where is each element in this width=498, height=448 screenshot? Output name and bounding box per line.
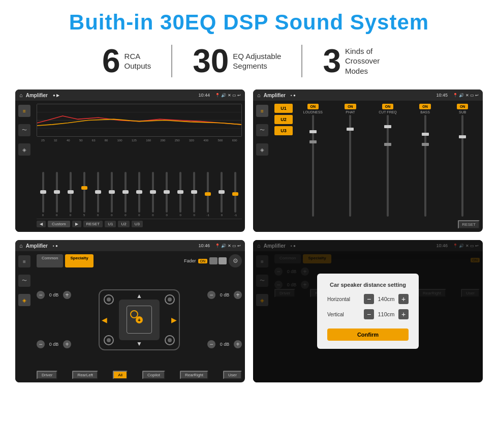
- sub-on-btn[interactable]: ON: [457, 104, 469, 109]
- fader-label: Fader: [184, 258, 196, 263]
- fader-car-body: [119, 300, 160, 340]
- dialog-horizontal-plus[interactable]: +: [398, 294, 409, 304]
- phat-label: PHAT: [346, 110, 355, 114]
- fader-db0-minus[interactable]: −: [37, 291, 45, 299]
- fader-topbar: ⌂ Amplifier ▪ ● 10:46 📍 🔊 ✕ ▭ ↩: [15, 240, 245, 251]
- sidebar-vol-icon[interactable]: ◈: [18, 143, 30, 156]
- fader-tab-common[interactable]: Common: [37, 254, 63, 267]
- fader-car-diagram: ◀ ▶ ▲ ▼: [74, 271, 204, 369]
- eq-screen: ⌂ Amplifier ● ▶ 10:44 📍 🔊 ✕ ▭ ↩ ≡ 〜 ◈: [15, 89, 245, 232]
- fader-rearleft-btn[interactable]: RearLeft: [72, 371, 98, 379]
- sub-slider[interactable]: [461, 115, 463, 217]
- fader-home-icon[interactable]: ⌂: [19, 243, 23, 249]
- topbar-dots: ● ▶: [53, 93, 59, 98]
- distance-dialog: Car speaker distance setting Horizontal …: [317, 274, 419, 349]
- fader-right-arrow[interactable]: ▶: [171, 316, 177, 324]
- eq-prev-button[interactable]: ◀: [37, 221, 46, 227]
- crossover-sidebar-vol-icon[interactable]: ◈: [256, 143, 268, 156]
- eq-bottom-bar: ◀ Custom ▶ RESET U1 U2 U3: [37, 219, 242, 229]
- loudness-slider[interactable]: [312, 115, 314, 217]
- fader-db3-value: 0 dB: [217, 342, 232, 347]
- crossover-sidebar-eq-icon[interactable]: ≡: [256, 105, 268, 117]
- eq-graph: [37, 104, 242, 137]
- dialog-title: Car speaker distance setting: [327, 282, 409, 288]
- fader-status-icons: 📍 🔊 ✕ ▭ ↩: [215, 244, 241, 248]
- channel-loudness: ON LOUDNESS: [296, 104, 330, 217]
- stat-rca-number: 6: [102, 45, 120, 77]
- phat-slider[interactable]: [349, 115, 351, 217]
- sidebar-wave-icon[interactable]: 〜: [18, 124, 30, 136]
- fader-sidebar-eq-icon[interactable]: ≡: [18, 255, 30, 267]
- eq-u2-button[interactable]: U2: [118, 221, 129, 227]
- eq-reset-button[interactable]: RESET: [83, 221, 103, 227]
- fader-tab-specialty[interactable]: Specialty: [65, 254, 93, 267]
- fader-car-outer: ◀ ▶ ▲ ▼: [99, 289, 180, 350]
- fader-settings-icon[interactable]: ⚙: [229, 254, 242, 267]
- dialog-vertical-plus[interactable]: +: [398, 309, 409, 319]
- dialog-vertical-value: 110cm: [376, 311, 396, 317]
- cutfreq-slider[interactable]: [387, 115, 389, 217]
- speaker-tr: [165, 294, 175, 305]
- fader-db3-minus[interactable]: −: [207, 340, 215, 348]
- fader-user-btn[interactable]: User: [223, 371, 242, 379]
- bass-on-btn[interactable]: ON: [419, 104, 431, 109]
- fader-all-btn[interactable]: All: [113, 371, 128, 379]
- dialog-vertical-minus[interactable]: −: [364, 309, 374, 319]
- crossover-topbar: ⌂ Amplifier ▪ ● 10:45 📍 🔊 ✕ ▭ ↩: [253, 89, 483, 101]
- fader-sidebar-wave-icon[interactable]: 〜: [18, 275, 30, 287]
- fader-sidebar: ≡ 〜 ◈: [15, 251, 34, 382]
- stat-eq-text: EQ AdjustableSegments: [233, 51, 281, 71]
- fader-db-row-3: − 0 dB +: [207, 340, 242, 348]
- stat-rca-text: RCAOutputs: [124, 51, 151, 71]
- fader-db1-plus[interactable]: +: [63, 340, 71, 348]
- fader-db2-value: 0 dB: [217, 292, 232, 297]
- fader-rearright-btn[interactable]: RearRight: [180, 371, 208, 379]
- dialog-horizontal-value: 140cm: [376, 296, 396, 302]
- eq-u1-button[interactable]: U1: [105, 221, 116, 227]
- eq-topbar-title: Amplifier: [26, 93, 48, 98]
- fader-db-row-0: − 0 dB +: [37, 291, 71, 299]
- channel-cutfreq: ON CUT FREQ: [370, 104, 405, 217]
- crossover-u2-btn[interactable]: U2: [274, 115, 293, 124]
- channel-sub: ON SUB: [445, 104, 480, 217]
- crossover-home-icon[interactable]: ⌂: [257, 92, 261, 98]
- fader-sidebar-vol-icon[interactable]: ◈: [18, 294, 30, 306]
- stat-eq-number: 30: [193, 45, 229, 77]
- stat-crossover-number: 3: [323, 45, 341, 77]
- fader-up-arrow[interactable]: ▲: [136, 292, 142, 300]
- fader-db2-plus[interactable]: +: [234, 291, 242, 299]
- fader-copilot-btn[interactable]: Copilot: [142, 371, 165, 379]
- eq-u3-button[interactable]: U3: [132, 221, 143, 227]
- fader-db2-minus[interactable]: −: [207, 291, 215, 299]
- fader-driver-btn[interactable]: Driver: [37, 371, 57, 379]
- speaker-bl: [104, 335, 114, 345]
- stat-eq: 30 EQ AdjustableSegments: [172, 45, 302, 77]
- fader-db1-minus[interactable]: −: [37, 340, 45, 348]
- bass-slider[interactable]: [424, 115, 426, 217]
- crossover-status-icons: 📍 🔊 ✕ ▭ ↩: [453, 93, 479, 98]
- crossover-sidebar-wave-icon[interactable]: 〜: [256, 124, 268, 136]
- fader-down-arrow[interactable]: ▼: [136, 340, 142, 347]
- crossover-u1-btn[interactable]: U1: [274, 104, 293, 113]
- eq-freq-labels: 25 32 40 50 63 80 100 125 160 200 250 32…: [37, 139, 242, 142]
- screens-grid: ⌂ Amplifier ● ▶ 10:44 📍 🔊 ✕ ▭ ↩ ≡ 〜 ◈: [15, 89, 483, 382]
- loudness-on-btn[interactable]: ON: [307, 104, 319, 109]
- cutfreq-on-btn[interactable]: ON: [382, 104, 394, 109]
- eq-body: ≡ 〜 ◈: [15, 101, 245, 232]
- fader-center-crosshair[interactable]: [136, 316, 143, 323]
- crossover-reset-button[interactable]: RESET: [458, 220, 480, 229]
- crossover-inner: U1 U2 U3 ON LOUDNESS: [274, 104, 480, 217]
- fader-main: Common Specialty Fader ON ⚙: [34, 251, 245, 382]
- eq-next-button[interactable]: ▶: [72, 221, 81, 227]
- fader-db0-plus[interactable]: +: [63, 291, 71, 299]
- fader-db3-plus[interactable]: +: [234, 340, 242, 348]
- car-body-outline: [127, 306, 152, 334]
- crossover-u3-btn[interactable]: U3: [274, 126, 293, 135]
- home-icon[interactable]: ⌂: [19, 92, 23, 98]
- sidebar-eq-icon[interactable]: ≡: [18, 105, 30, 117]
- phat-on-btn[interactable]: ON: [345, 104, 356, 109]
- dialog-horizontal-minus[interactable]: −: [364, 294, 374, 304]
- fader-left-arrow[interactable]: ◀: [102, 316, 107, 324]
- confirm-button[interactable]: Confirm: [327, 328, 409, 341]
- dialog-horizontal-label: Horizontal: [327, 296, 358, 302]
